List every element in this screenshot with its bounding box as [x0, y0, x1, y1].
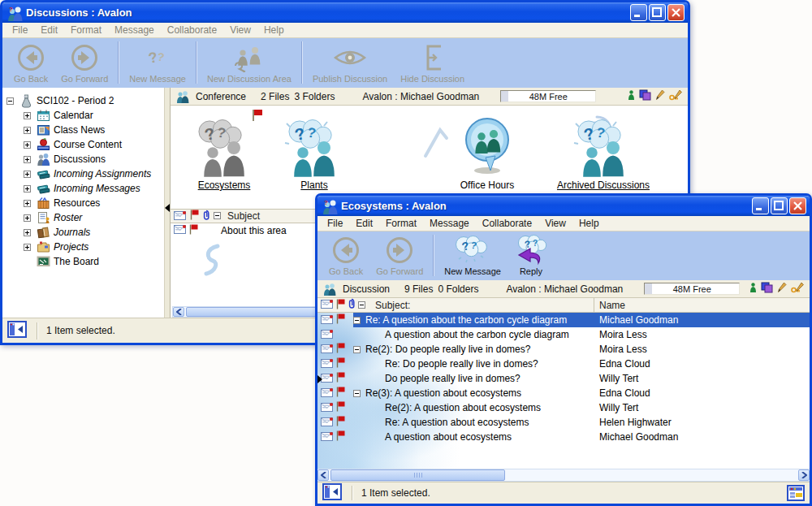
sidebar-item-calendar[interactable]: Calendar — [2, 108, 164, 123]
message-sender-name[interactable]: Michael Goodman — [599, 314, 678, 326]
menu-edit[interactable]: Edit — [34, 24, 64, 37]
expand-box-icon[interactable] — [24, 171, 31, 178]
message-subject[interactable]: Do people really live in domes? — [385, 373, 520, 384]
online-user-icon[interactable] — [628, 90, 635, 103]
expand-box-icon[interactable] — [24, 185, 31, 192]
menu-help[interactable]: Help — [257, 24, 291, 37]
online-user-icon[interactable] — [749, 283, 757, 296]
subject-column-header[interactable]: Subject — [227, 210, 260, 222]
message-subject[interactable]: Re(2): Do people really live in domes? — [365, 344, 530, 355]
name-column-header[interactable]: Name — [599, 300, 625, 311]
list-column-header[interactable]: Subject: Name — [317, 298, 810, 313]
conference-icon-office-hours[interactable]: Office Hours — [438, 112, 536, 191]
expand-box-icon[interactable] — [24, 200, 31, 207]
sidebar-item-incoming-assignments[interactable]: Incoming Assignments — [2, 167, 164, 181]
message-row[interactable]: A question about the carbon cycle diagra… — [317, 327, 810, 342]
menu-view[interactable]: View — [538, 217, 572, 230]
message-sender-name[interactable]: Willy Tert — [599, 373, 638, 384]
scrollbar-thumb[interactable] — [330, 469, 505, 481]
expand-box-icon[interactable] — [24, 214, 31, 222]
sidebar-item-sci102-period-2[interactable]: SCI102 - Period 2 — [2, 93, 164, 108]
view-grid-icon[interactable] — [787, 485, 805, 501]
message-sender-name[interactable]: Michael Goodman — [599, 431, 678, 443]
splitter-collapse-arrow[interactable] — [317, 373, 323, 387]
message-sender-name[interactable]: Helen Highwater — [599, 417, 672, 428]
menu-collaborate[interactable]: Collaborate — [161, 24, 223, 37]
layers-icon[interactable] — [639, 89, 651, 103]
column-divider[interactable] — [594, 298, 594, 312]
menu-format[interactable]: Format — [379, 217, 423, 230]
sidebar-item-journals[interactable]: Journals — [2, 225, 164, 240]
titlebar-discussions[interactable]: ? Discussions : Avalon — [2, 2, 688, 23]
sidebar-item-discussions[interactable]: Discussions — [2, 152, 164, 167]
conference-icon-label[interactable]: Ecosystems — [179, 179, 270, 191]
scroll-left-arrow[interactable] — [317, 469, 329, 481]
message-subject[interactable]: A question about ecosystems — [385, 431, 512, 443]
sidebar-item-resources[interactable]: Resources — [2, 196, 164, 210]
menu-file[interactable]: File — [321, 217, 349, 230]
edit-pencil-icon[interactable] — [655, 89, 665, 103]
message-subject[interactable]: A question about the carbon cycle diagra… — [385, 329, 569, 340]
message-row[interactable]: Re(2): A question about ecosystemsWilly … — [317, 400, 810, 415]
collapse-thread-box[interactable] — [353, 390, 361, 397]
toolbar-button-reply[interactable]: ??Reply — [508, 233, 555, 278]
message-subject[interactable]: Re: Do people really live in domes? — [385, 358, 538, 370]
menu-file[interactable]: File — [6, 24, 34, 37]
minimize-button[interactable] — [752, 197, 769, 214]
conference-icon-label[interactable]: Plants — [270, 179, 359, 191]
menu-view[interactable]: View — [223, 24, 257, 37]
message-subject[interactable]: Re: A question about the carbon cycle di… — [365, 314, 567, 326]
expand-box-icon[interactable] — [24, 127, 31, 134]
message-row[interactable]: Re(2): Do people really live in domes?Mo… — [317, 342, 810, 357]
expand-box-icon[interactable] — [24, 112, 31, 119]
message-subject[interactable]: Re(2): A question about ecosystems — [385, 402, 541, 413]
message-row[interactable]: Re: A question about ecosystemsHelen Hig… — [317, 415, 810, 430]
message-row[interactable]: Re(3): A question about ecosystemsEdna C… — [317, 386, 810, 400]
conference-icon-ecosystems[interactable]: ??Ecosystems — [179, 112, 270, 191]
close-button[interactable] — [667, 4, 685, 21]
expand-box-icon[interactable] — [24, 156, 31, 163]
scroll-right-arrow[interactable] — [798, 469, 810, 481]
message-sender-name[interactable]: Edna Cloud — [599, 358, 650, 370]
message-subject[interactable]: Re: A question about ecosystems — [385, 417, 529, 428]
menu-help[interactable]: Help — [572, 217, 606, 230]
menu-collaborate[interactable]: Collaborate — [476, 217, 538, 230]
message-subject[interactable]: Re(3): A question about ecosystems — [365, 387, 521, 399]
expand-box-icon[interactable] — [24, 141, 31, 149]
message-sender-name[interactable]: Edna Cloud — [599, 387, 650, 399]
maximize-button[interactable] — [771, 197, 788, 214]
conference-icon-label[interactable]: Archived Discussions — [534, 179, 672, 191]
collapse-all-box[interactable] — [358, 300, 365, 311]
collapse-thread-box[interactable] — [353, 317, 361, 324]
collapse-thread-box[interactable] — [353, 346, 361, 353]
message-row[interactable]: Re: Do people really live in domes?Edna … — [317, 357, 810, 371]
sidebar-item-projects[interactable]: Projects — [2, 240, 164, 254]
layers-icon[interactable] — [761, 282, 773, 296]
expand-box-icon[interactable] — [24, 229, 31, 236]
sidebar-item-course-content[interactable]: Course Content — [2, 137, 164, 152]
message-row[interactable]: A question about ecosystemsMichael Goodm… — [317, 430, 810, 444]
menu-edit[interactable]: Edit — [349, 217, 379, 230]
splitter[interactable] — [164, 88, 171, 318]
message-row[interactable]: Re: A question about the carbon cycle di… — [317, 313, 810, 327]
collapse-box-icon[interactable] — [6, 97, 14, 105]
message-sender-name[interactable]: Moira Less — [599, 344, 647, 355]
conference-icon-plants[interactable]: ??Plants — [270, 112, 359, 191]
collapse-all-box[interactable] — [214, 210, 221, 222]
maximize-button[interactable] — [649, 4, 666, 21]
sidebar-item-class-news[interactable]: Class News — [2, 123, 164, 137]
conference-icon-label[interactable]: Office Hours — [438, 179, 536, 191]
message-row[interactable]: Do people really live in domes?Willy Ter… — [317, 371, 810, 386]
permissions-key-icon[interactable] — [791, 282, 805, 296]
scroll-left-arrow[interactable] — [173, 307, 184, 317]
titlebar-ecosystems[interactable]: ? Ecosystems : Avalon — [317, 196, 810, 216]
subject-column-header[interactable]: Subject: — [375, 300, 410, 311]
minimize-button[interactable] — [630, 4, 647, 21]
about-item-title[interactable]: About this area — [221, 225, 287, 236]
edit-pencil-icon[interactable] — [777, 282, 787, 296]
scrollbar-track[interactable] — [505, 469, 798, 481]
close-button[interactable] — [789, 197, 806, 214]
horizontal-scrollbar[interactable] — [317, 469, 810, 482]
menu-format[interactable]: Format — [64, 24, 108, 37]
conference-icon-archived-discussions[interactable]: ??Archived Discussions — [534, 112, 672, 191]
